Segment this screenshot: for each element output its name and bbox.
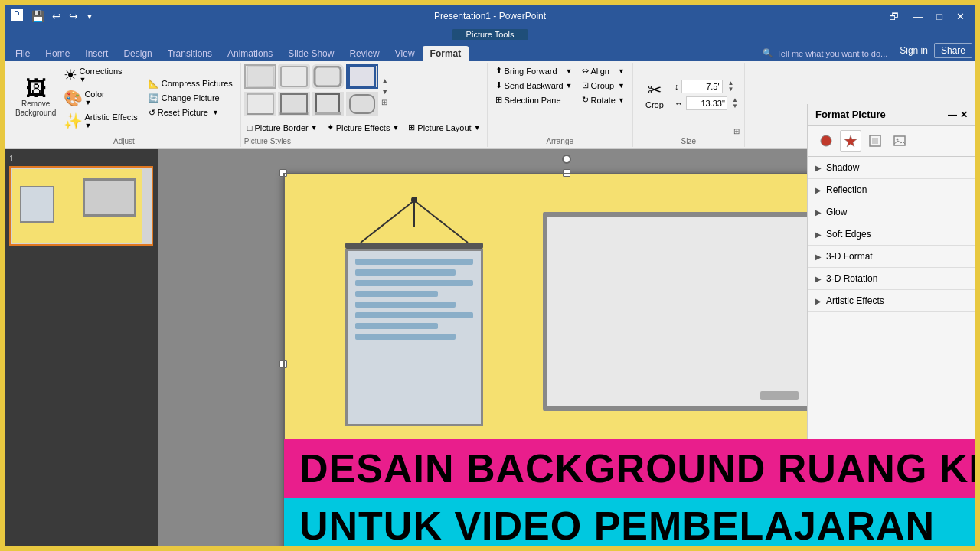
handle-tl[interactable]	[279, 169, 287, 177]
color-label: Color	[84, 90, 104, 99]
share-btn[interactable]: Share	[934, 43, 972, 58]
size-expand[interactable]: ⊞	[733, 127, 740, 135]
pic-style-down[interactable]: ▼	[380, 86, 390, 96]
3d-format-header[interactable]: ▶ 3-D Format	[808, 246, 975, 267]
svg-rect-15	[894, 136, 905, 145]
color-icon: 🎨	[64, 89, 83, 107]
selection-pane-btn[interactable]: ⊞ Selection Pane	[492, 93, 576, 106]
slide-thumb-inner	[12, 169, 142, 243]
glow-header[interactable]: ▶ Glow	[808, 201, 975, 223]
artistic-effects-header[interactable]: ▶ Artistic Effects	[808, 290, 975, 311]
picture-effects-btn[interactable]: ✦ Picture Effects ▼	[324, 121, 403, 134]
handle-ml[interactable]	[279, 360, 287, 368]
title-bar-left: 🅿 💾 ↩ ↪ ▼	[11, 9, 96, 23]
pic-style-6[interactable]	[312, 92, 344, 116]
slide-number: 1	[9, 154, 153, 163]
handle-tc[interactable]	[563, 169, 570, 177]
quick-customize[interactable]: ▼	[83, 12, 96, 21]
overlay-cyan: UNTUK VIDEO PEMBELAJARAN	[284, 498, 975, 551]
corrections-btn[interactable]: ☀ Corrections ▼	[62, 64, 139, 86]
close-btn[interactable]: ✕	[952, 9, 969, 24]
3d-rotation-label: 3-D Rotation	[826, 273, 877, 284]
quick-redo[interactable]: ↪	[67, 10, 80, 22]
tab-slideshow[interactable]: Slide Show	[280, 46, 341, 61]
frame-line-7	[355, 323, 438, 329]
panel-close-btn[interactable]: ✕	[960, 109, 968, 120]
quick-save[interactable]: 💾	[29, 10, 47, 22]
pic-style-2[interactable]	[278, 64, 310, 89]
tab-file[interactable]: File	[8, 46, 38, 61]
maximize-btn[interactable]: □	[932, 9, 947, 24]
reflection-header[interactable]: ▶ Reflection	[808, 179, 975, 201]
pic-style-more[interactable]: ⊞	[380, 97, 390, 107]
sign-in-btn[interactable]: Sign in	[900, 45, 928, 56]
height-input[interactable]	[681, 80, 723, 93]
artistic-effects-section: ▶ Artistic Effects	[808, 290, 975, 312]
color-btn[interactable]: 🎨 Color ▼	[62, 87, 139, 109]
fp-tab-size[interactable]	[864, 130, 886, 152]
remove-background-btn[interactable]: 🖼 Remove Background	[12, 77, 59, 119]
frame-content	[345, 249, 483, 426]
adjust-content: 🖼 Remove Background ☀ Corrections ▼ 🎨	[12, 64, 236, 132]
rotate-handle[interactable]	[562, 155, 571, 164]
soft-edges-header[interactable]: ▶ Soft Edges	[808, 223, 975, 245]
whiteboard-eraser	[760, 391, 799, 400]
picture-border-btn[interactable]: □ Picture Border ▼	[244, 121, 321, 134]
svg-rect-3	[247, 94, 273, 114]
3d-format-expand: ▶	[815, 253, 822, 261]
tab-format[interactable]: Format	[423, 46, 469, 61]
rotate-btn[interactable]: ↻ Rotate ▼	[579, 93, 628, 106]
pic-style-4[interactable]	[244, 92, 276, 116]
soft-edges-expand: ▶	[815, 230, 822, 239]
bring-forward-btn[interactable]: ⬆ Bring Forward ▼	[492, 64, 576, 77]
panel-collapse-btn[interactable]: —	[948, 109, 957, 120]
fp-tab-picture[interactable]	[889, 130, 910, 152]
tab-home[interactable]: Home	[38, 46, 77, 61]
tell-me[interactable]: 🔍 Tell me what you want to do...	[763, 48, 887, 61]
tab-insert[interactable]: Insert	[77, 46, 116, 61]
compress-btn[interactable]: 📐 Compress Pictures	[145, 77, 236, 90]
change-icon: 🔄	[149, 93, 159, 103]
group-btn[interactable]: ⊡ Group ▼	[579, 79, 628, 92]
artistic-effects-btn[interactable]: ✨ Artistic Effects ▼	[62, 110, 139, 132]
picture-layout-btn[interactable]: ⊞ Picture Layout ▼	[405, 121, 483, 134]
restore-btn[interactable]: 🗗	[884, 9, 903, 24]
bring-forward-icon: ⬆	[495, 66, 502, 76]
border-arrow: ▼	[311, 124, 318, 132]
slide-thumbnail[interactable]	[9, 166, 153, 246]
pic-style-up[interactable]: ▲	[380, 76, 390, 86]
shadow-header[interactable]: ▶ Shadow	[808, 157, 975, 178]
pic-style-3[interactable]	[312, 64, 344, 89]
pic-style-8[interactable]	[346, 92, 378, 116]
shadow-section: ▶ Shadow	[808, 157, 975, 179]
send-backward-btn[interactable]: ⬇ Send Backward ▼	[492, 79, 576, 92]
change-picture-btn[interactable]: 🔄 Change Picture	[145, 92, 236, 105]
quick-undo[interactable]: ↩	[50, 10, 64, 22]
tab-animations[interactable]: Animations	[220, 46, 280, 61]
fp-tab-effects[interactable]	[840, 130, 861, 152]
pic-style-7[interactable]	[346, 64, 378, 89]
pic-style-1[interactable]	[244, 64, 276, 89]
reset-picture-btn[interactable]: ↺ Reset Picture ▼	[145, 106, 236, 119]
3d-rotation-header[interactable]: ▶ 3-D Rotation	[808, 268, 975, 289]
crop-btn[interactable]: ✂ Crop	[638, 79, 671, 111]
align-btn[interactable]: ⇔ Align ▼	[579, 64, 628, 77]
arrange-group: ⬆ Bring Forward ▼ ⬇ Send Backward ▼ ⊞ Se…	[488, 63, 633, 147]
tab-view[interactable]: View	[387, 46, 423, 61]
width-down[interactable]: ▼	[730, 103, 740, 109]
pic-style-5[interactable]	[278, 92, 310, 116]
tab-review[interactable]: Review	[341, 46, 387, 61]
height-down[interactable]: ▼	[726, 86, 735, 93]
slide-canvas[interactable]: DESAIN BACKGROUND RUANG KELAS UNTUK VIDE…	[283, 173, 850, 552]
reflection-label: Reflection	[826, 184, 867, 195]
change-label: Change Picture	[162, 93, 220, 103]
width-input[interactable]	[686, 96, 727, 110]
frame-lines	[348, 251, 481, 347]
minimize-btn[interactable]: —	[908, 9, 927, 24]
fp-tab-fill[interactable]	[815, 130, 837, 152]
soft-edges-section: ▶ Soft Edges	[808, 223, 975, 246]
compress-label: Compress Pictures	[162, 79, 233, 88]
tab-design[interactable]: Design	[116, 46, 159, 61]
title-bar: 🅿 💾 ↩ ↪ ▼ Presentation1 - PowerPoint 🗗 —…	[5, 5, 975, 28]
tab-transitions[interactable]: Transitions	[160, 46, 220, 61]
